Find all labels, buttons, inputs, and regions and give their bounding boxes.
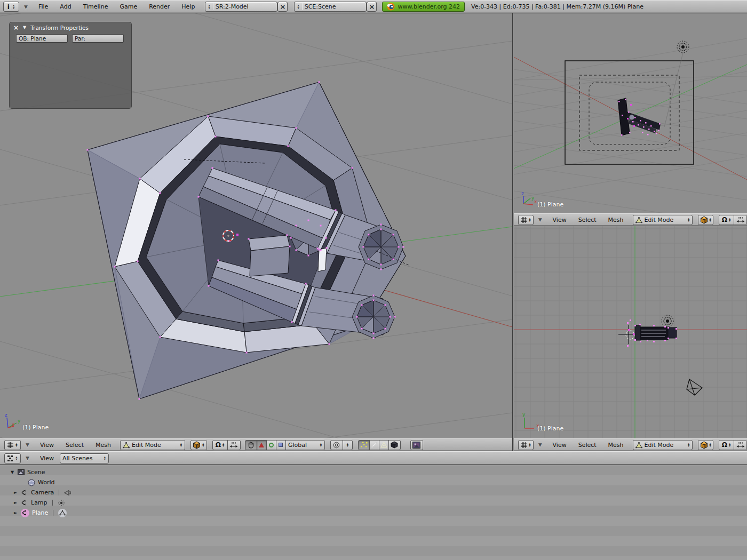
tree-item-scene[interactable]: ▼ Scene bbox=[0, 467, 747, 477]
axis-y-label: y bbox=[522, 412, 526, 417]
menu-view[interactable]: View bbox=[547, 442, 573, 449]
screen-delete-button[interactable]: × bbox=[277, 2, 288, 12]
ob-name-field[interactable]: OB: Plane bbox=[16, 34, 68, 43]
scene-delete-button[interactable]: × bbox=[367, 2, 377, 12]
viewport-info-label: (1) Plane bbox=[537, 425, 563, 432]
mode-dropdown-value: Edit Mode bbox=[645, 442, 674, 449]
scene-stats: Ve:0-343 | Ed:0-735 | Fa:0-381 | Mem:7.2… bbox=[471, 3, 643, 10]
mesh-mini bbox=[618, 98, 661, 136]
collapse-menu-icon[interactable]: ▼ bbox=[538, 442, 542, 447]
collapse-menu-icon[interactable]: ▼ bbox=[538, 217, 542, 222]
divider bbox=[53, 510, 53, 516]
menu-game[interactable]: Game bbox=[114, 3, 143, 10]
collapse-menu-icon[interactable]: ▼ bbox=[26, 455, 29, 461]
mini-arrows-icon: ▴▾ bbox=[202, 443, 204, 447]
occlude-icon bbox=[391, 441, 398, 449]
orientation-dropdown[interactable]: Global ▴▾ bbox=[285, 440, 325, 450]
drawtype-solid-icon bbox=[700, 216, 708, 224]
panel-collapse-icon[interactable]: ▼ bbox=[23, 25, 26, 30]
manipulator-translate-button[interactable] bbox=[257, 440, 267, 450]
menu-mesh[interactable]: Mesh bbox=[602, 442, 630, 449]
render-preview-button[interactable] bbox=[410, 440, 423, 450]
menu-select[interactable]: Select bbox=[573, 442, 602, 449]
menu-render[interactable]: Render bbox=[143, 3, 176, 10]
tree-item-label: World bbox=[38, 479, 55, 486]
pivot-button[interactable]: Ω ▴▾ bbox=[212, 440, 228, 450]
collapse-menu-icon[interactable]: ▼ bbox=[26, 442, 29, 447]
divider bbox=[302, 3, 303, 10]
pivot-button[interactable]: Ω ▴▾ bbox=[719, 440, 734, 450]
manipulator-toggle-button[interactable] bbox=[227, 440, 241, 450]
editor-type-button-outliner[interactable]: ▴▾ bbox=[4, 453, 21, 463]
expand-icon[interactable]: ► bbox=[13, 510, 18, 515]
mode-dropdown[interactable]: Edit Mode ▴▾ bbox=[120, 440, 185, 450]
manipulator-hand-button[interactable] bbox=[245, 440, 257, 450]
edge-select-button[interactable] bbox=[369, 440, 379, 450]
menu-help[interactable]: Help bbox=[176, 3, 201, 10]
menu-add[interactable]: Add bbox=[54, 3, 77, 10]
tree-item-lamp[interactable]: ► Lamp bbox=[0, 498, 747, 508]
viewport-front[interactable]: y x (1) Plane bbox=[514, 226, 747, 438]
editor-type-button-3dview[interactable]: ▴▾ bbox=[518, 440, 534, 450]
editor-type-button-3dview[interactable]: ▴▾ bbox=[4, 440, 21, 450]
mesh-model bbox=[88, 82, 409, 399]
scene-filter-value: All Scenes bbox=[62, 455, 92, 462]
editor-type-button-info[interactable]: i ▴▾ bbox=[3, 2, 19, 12]
vertex-select-button[interactable] bbox=[358, 440, 370, 450]
menu-view[interactable]: View bbox=[34, 442, 60, 449]
editmode-icon bbox=[123, 442, 130, 449]
version-badge[interactable]: www.blender.org 242 bbox=[382, 2, 465, 12]
camera-canvas: z y x bbox=[514, 13, 747, 213]
menu-file[interactable]: File bbox=[33, 3, 54, 10]
mode-dropdown[interactable]: Edit Mode ▴▾ bbox=[633, 440, 693, 450]
viewport-camera[interactable]: z y x (1) Plane bbox=[514, 13, 747, 213]
viewport-main-header: ▴▾ ▼ View Select Mesh Edit Mode ▴▾ ▴▾ Ω … bbox=[0, 438, 512, 451]
occlude-geometry-button[interactable] bbox=[388, 440, 401, 450]
rotate-icon bbox=[269, 443, 274, 447]
menu-view[interactable]: View bbox=[34, 455, 60, 462]
draw-type-button[interactable]: ▴▾ bbox=[698, 440, 713, 450]
panel-title: Transform Properties bbox=[30, 25, 89, 31]
rotation-pivot-icon: Ω bbox=[722, 441, 727, 449]
menu-select[interactable]: Select bbox=[573, 217, 602, 223]
manipulator-toggle-button[interactable] bbox=[734, 440, 747, 450]
expand-icon[interactable]: ▼ bbox=[10, 470, 15, 475]
viewport-3d-main[interactable]: z y x (1) Plane × ▼ Transform Properties… bbox=[0, 13, 512, 438]
translate-icon bbox=[259, 443, 264, 447]
expand-icon[interactable]: ► bbox=[13, 490, 18, 495]
close-icon[interactable]: × bbox=[13, 24, 19, 31]
parent-field[interactable]: Par: bbox=[72, 34, 124, 43]
drawtype-solid-icon bbox=[700, 441, 708, 449]
tree-item-world[interactable]: World bbox=[0, 477, 747, 487]
menu-mesh[interactable]: Mesh bbox=[602, 217, 630, 223]
screen-selector[interactable]: ▴▾ SR:2-Model bbox=[205, 2, 277, 12]
scene-filter-dropdown[interactable]: All Scenes ▴▾ bbox=[60, 453, 109, 463]
manipulator-rotate-button[interactable] bbox=[266, 440, 276, 450]
editor-type-button-3dview[interactable]: ▴▾ bbox=[518, 215, 534, 225]
draw-type-button[interactable]: ▴▾ bbox=[698, 215, 713, 225]
transform-properties-panel[interactable]: × ▼ Transform Properties OB: Plane Par: bbox=[9, 22, 132, 109]
menu-view[interactable]: View bbox=[547, 217, 573, 223]
mini-arrows-icon: ▴▾ bbox=[180, 443, 182, 447]
scene-selector[interactable]: ▴▾ SCE:Scene bbox=[294, 2, 367, 12]
grid-editor-icon bbox=[520, 217, 527, 223]
lamp-data-icon bbox=[58, 499, 65, 507]
manipulator-toggle-button[interactable] bbox=[734, 215, 747, 225]
proportional-falloff-button[interactable]: ▴▾ bbox=[343, 440, 353, 450]
tree-item-plane[interactable]: ► Plane bbox=[0, 508, 747, 518]
proportional-edit-button[interactable] bbox=[330, 440, 343, 450]
top-menu-bar: i ▴▾ ▼ File Add Timeline Game Render Hel… bbox=[0, 0, 747, 13]
menu-mesh[interactable]: Mesh bbox=[90, 442, 117, 449]
pivot-button[interactable]: Ω ▴▾ bbox=[719, 215, 734, 225]
mode-dropdown[interactable]: Edit Mode ▴▾ bbox=[633, 215, 693, 225]
viewport-camera-header: ▴▾ ▼ View Select Mesh Edit Mode ▴▾ ▴▾ Ω … bbox=[514, 213, 747, 226]
menu-timeline[interactable]: Timeline bbox=[77, 3, 114, 10]
grid-lines bbox=[514, 38, 747, 213]
menu-select[interactable]: Select bbox=[60, 442, 90, 449]
collapse-menu-icon[interactable]: ▼ bbox=[24, 4, 28, 10]
expand-icon[interactable]: ► bbox=[13, 500, 18, 505]
manipulator-widget-icon bbox=[229, 442, 238, 449]
tree-item-camera[interactable]: ► Camera bbox=[0, 487, 747, 498]
face-select-button[interactable] bbox=[379, 440, 389, 450]
draw-type-button[interactable]: ▴▾ bbox=[190, 440, 207, 450]
